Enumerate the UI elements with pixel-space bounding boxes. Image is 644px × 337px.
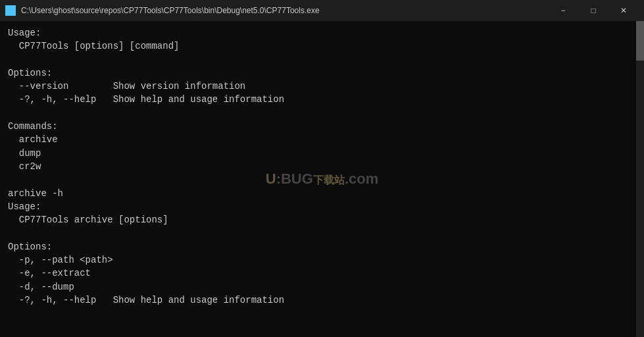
scrollbar[interactable] bbox=[636, 21, 644, 337]
window-controls: − □ ✕ bbox=[548, 0, 639, 21]
window-title: C:\Users\ghost\source\repos\CP77Tools\CP… bbox=[21, 6, 320, 15]
close-button[interactable]: ✕ bbox=[608, 0, 639, 21]
maximize-button[interactable]: □ bbox=[578, 0, 608, 21]
title-bar-left: C:\Users\ghost\source\repos\CP77Tools\CP… bbox=[5, 5, 320, 16]
title-bar: C:\Users\ghost\source\repos\CP77Tools\CP… bbox=[0, 0, 644, 21]
minimize-button[interactable]: − bbox=[548, 0, 578, 21]
scrollbar-thumb[interactable] bbox=[636, 21, 644, 61]
app-icon bbox=[5, 5, 16, 16]
svg-rect-0 bbox=[7, 8, 14, 13]
console-output: Usage: CP77Tools [options] [command] Opt… bbox=[0, 21, 644, 337]
console-text: Usage: CP77Tools [options] [command] Opt… bbox=[8, 26, 636, 334]
terminal-window: C:\Users\ghost\source\repos\CP77Tools\CP… bbox=[0, 0, 644, 337]
